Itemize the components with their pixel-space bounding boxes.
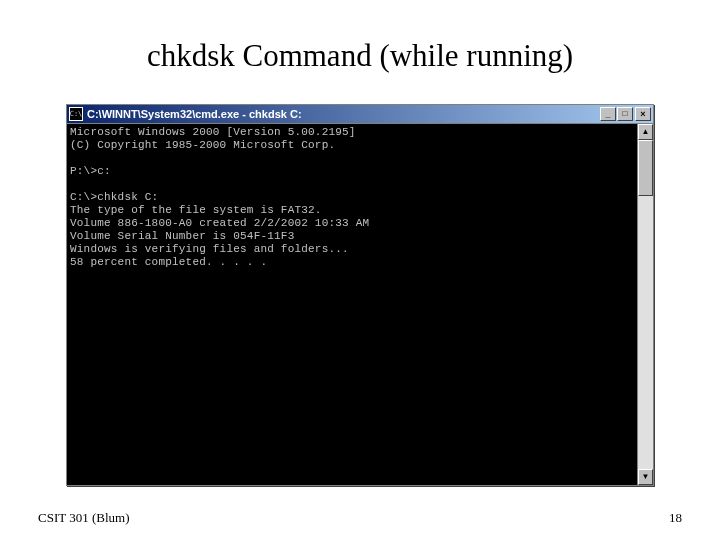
scroll-down-button[interactable]: ▼ [638,469,653,485]
scroll-track[interactable] [638,140,653,469]
titlebar[interactable]: C:\ C:\WINNT\System32\cmd.exe - chkdsk C… [67,105,653,123]
client-area: Microsoft Windows 2000 [Version 5.00.219… [67,123,653,485]
footer-left: CSIT 301 (Blum) [38,510,130,526]
window-title: C:\WINNT\System32\cmd.exe - chkdsk C: [87,108,600,120]
slide-footer: CSIT 301 (Blum) 18 [38,510,682,526]
scroll-up-button[interactable]: ▲ [638,124,653,140]
cmd-icon-text: C:\ [70,111,83,118]
scroll-thumb[interactable] [638,140,653,196]
minimize-button[interactable]: _ [600,107,616,121]
maximize-button[interactable]: □ [617,107,633,121]
terminal-output[interactable]: Microsoft Windows 2000 [Version 5.00.219… [67,124,637,485]
vertical-scrollbar[interactable]: ▲ ▼ [637,124,653,485]
slide-title: chkdsk Command (while running) [0,0,720,92]
cmd-icon[interactable]: C:\ [69,107,83,121]
close-button[interactable]: × [635,107,651,121]
cmd-window: C:\ C:\WINNT\System32\cmd.exe - chkdsk C… [66,104,654,486]
footer-page-number: 18 [669,510,682,526]
window-controls: _ □ × [600,107,651,121]
